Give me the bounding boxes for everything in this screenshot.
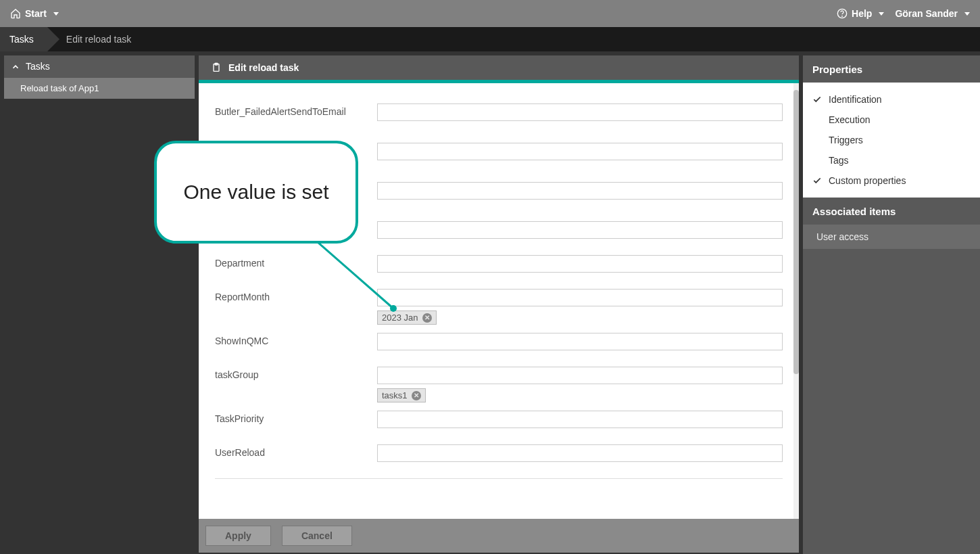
left-sidebar-item-label: Reload task of App1 xyxy=(20,83,99,93)
cancel-button[interactable]: Cancel xyxy=(282,526,352,546)
start-label: Start xyxy=(25,8,47,19)
tag-taskgroup-label: tasks1 xyxy=(382,390,408,400)
field-showinqmc xyxy=(377,333,783,350)
callout-text: One value is set xyxy=(183,181,328,204)
prop-execution[interactable]: Execution xyxy=(803,110,980,130)
field-userreload xyxy=(377,444,783,462)
form-row-reportmonth: ReportMonth 2023 Jan ✕ xyxy=(215,289,783,325)
properties-header: Properties xyxy=(803,55,980,83)
topbar: Start Help Göran Sander xyxy=(0,0,980,27)
label-taskpriority: TaskPriority xyxy=(215,411,377,428)
prop-triggers-label: Triggers xyxy=(829,135,863,145)
caret-down-icon xyxy=(879,12,884,16)
prop-triggers[interactable]: Triggers xyxy=(803,130,980,150)
clipboard-icon xyxy=(211,62,222,73)
breadcrumb-edit-label: Edit reload task xyxy=(66,34,132,45)
input-taskgroup[interactable] xyxy=(377,367,783,384)
scrollbar-track[interactable] xyxy=(793,83,799,519)
prop-identification[interactable]: Identification xyxy=(803,89,980,110)
form-row-taskpriority: TaskPriority xyxy=(215,411,783,428)
form-row-department: Department xyxy=(215,255,783,273)
start-menu[interactable]: Start xyxy=(10,8,59,19)
user-label: Göran Sander xyxy=(895,8,958,19)
input-taskpriority[interactable] xyxy=(377,411,783,428)
input-userreload[interactable] xyxy=(377,444,783,462)
home-icon xyxy=(10,8,21,19)
scrollbar-thumb[interactable] xyxy=(793,90,799,374)
prop-tags-label: Tags xyxy=(829,155,849,166)
help-icon xyxy=(837,8,848,19)
prop-identification-label: Identification xyxy=(829,94,882,105)
main: Tasks Reload task of App1 Edit reload ta… xyxy=(0,51,980,554)
associated-user-access-label: User access xyxy=(816,231,868,242)
caret-down-icon xyxy=(53,12,59,16)
footer: Apply Cancel xyxy=(199,519,799,553)
tag-taskgroup[interactable]: tasks1 ✕ xyxy=(377,388,426,402)
check-icon xyxy=(812,95,822,104)
label-showinqmc: ShowInQMC xyxy=(215,333,377,350)
left-sidebar: Tasks Reload task of App1 xyxy=(4,55,195,554)
tag-close-icon[interactable]: ✕ xyxy=(422,313,432,323)
input-butler-4[interactable] xyxy=(377,221,783,239)
left-sidebar-header[interactable]: Tasks xyxy=(4,55,195,77)
tag-row-reportmonth: 2023 Jan ✕ xyxy=(377,310,783,325)
field-taskgroup: tasks1 ✕ xyxy=(377,367,783,402)
form-row-userreload: UserReload xyxy=(215,444,783,462)
associated-header: Associated items xyxy=(803,198,980,225)
tag-reportmonth[interactable]: 2023 Jan ✕ xyxy=(377,310,437,325)
field-butler xyxy=(377,103,783,239)
topbar-right: Help Göran Sander xyxy=(837,8,970,19)
input-reportmonth[interactable] xyxy=(377,289,783,306)
input-showinqmc[interactable] xyxy=(377,333,783,350)
input-department[interactable] xyxy=(377,255,783,273)
center-panel: Edit reload task Butler_FailedAlertSendT… xyxy=(199,55,799,554)
panel-header: Edit reload task xyxy=(199,55,799,80)
tag-row-taskgroup: tasks1 ✕ xyxy=(377,388,783,402)
input-butler-2[interactable] xyxy=(377,143,783,160)
left-sidebar-item[interactable]: Reload task of App1 xyxy=(4,77,195,99)
tag-reportmonth-label: 2023 Jan xyxy=(382,313,418,323)
user-menu[interactable]: Göran Sander xyxy=(895,8,970,19)
field-department xyxy=(377,255,783,273)
breadcrumb-tasks-label: Tasks xyxy=(9,34,34,45)
breadcrumb-edit[interactable]: Edit reload task xyxy=(47,27,145,51)
apply-button[interactable]: Apply xyxy=(205,526,271,546)
callout-annotation: One value is set xyxy=(154,141,358,244)
form-row-showinqmc: ShowInQMC xyxy=(215,333,783,350)
label-userreload: UserReload xyxy=(215,444,377,462)
breadcrumb: Tasks Edit reload task xyxy=(0,27,980,51)
label-department: Department xyxy=(215,255,377,273)
help-menu[interactable]: Help xyxy=(837,8,884,19)
right-sidebar: Properties Identification Execution Trig… xyxy=(803,55,980,554)
svg-point-1 xyxy=(842,16,843,17)
prop-custom[interactable]: Custom properties xyxy=(803,170,980,191)
input-butler-1[interactable] xyxy=(377,103,783,121)
label-taskgroup: taskGroup xyxy=(215,367,377,402)
breadcrumb-tasks[interactable]: Tasks xyxy=(0,27,47,51)
chevron-up-icon xyxy=(11,62,19,70)
prop-execution-label: Execution xyxy=(829,114,870,125)
label-reportmonth: ReportMonth xyxy=(215,289,377,325)
form-row-taskgroup: taskGroup tasks1 ✕ xyxy=(215,367,783,402)
field-reportmonth: 2023 Jan ✕ xyxy=(377,289,783,325)
input-butler-3[interactable] xyxy=(377,182,783,200)
topbar-left: Start xyxy=(10,8,59,19)
prop-tags[interactable]: Tags xyxy=(803,150,980,170)
properties-body: Identification Execution Triggers Tags C… xyxy=(803,83,980,198)
associated-user-access[interactable]: User access xyxy=(803,225,980,249)
caret-down-icon xyxy=(964,12,970,16)
form-divider xyxy=(215,478,783,479)
help-label: Help xyxy=(852,8,872,19)
prop-custom-label: Custom properties xyxy=(829,175,906,186)
left-sidebar-title: Tasks xyxy=(26,61,50,72)
check-icon xyxy=(812,176,822,185)
field-taskpriority xyxy=(377,411,783,428)
panel-title: Edit reload task xyxy=(228,62,299,73)
tag-close-icon[interactable]: ✕ xyxy=(412,391,421,400)
